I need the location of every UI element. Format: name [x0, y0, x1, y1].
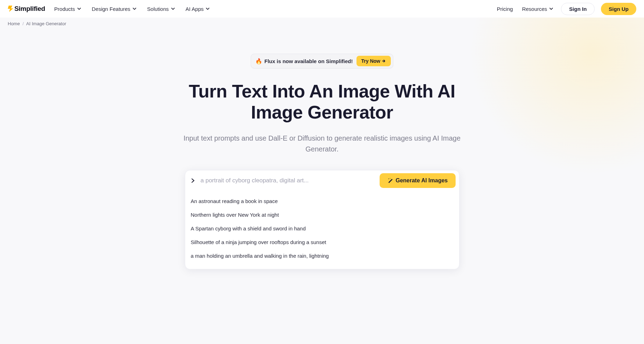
breadcrumb-separator: /: [22, 21, 24, 26]
svg-point-0: [388, 178, 389, 179]
nav-ai-apps[interactable]: AI Apps: [184, 4, 212, 14]
prompt-card: Generate AI Images An astronaut reading …: [185, 170, 459, 269]
announcement-text-label: Flux is now available on Simplified!: [264, 58, 353, 64]
try-now-button[interactable]: Try Now: [356, 56, 391, 66]
suggestions-list: An astronaut reading a book in space Nor…: [185, 191, 459, 269]
nav-pricing-label: Pricing: [497, 6, 513, 12]
nav-products-label: Products: [54, 6, 75, 12]
nav-left: Simplified Products Design Features Solu…: [8, 4, 211, 14]
nav-solutions-label: Solutions: [147, 6, 169, 12]
sign-in-button[interactable]: Sign In: [561, 3, 595, 15]
nav-products[interactable]: Products: [53, 4, 83, 14]
sign-up-button[interactable]: Sign Up: [601, 3, 636, 15]
page-subhead: Input text prompts and use Dall-E or Dif…: [179, 133, 466, 155]
nav-resources[interactable]: Resources: [521, 4, 555, 14]
breadcrumb: Home / AI Image Generator: [0, 18, 644, 30]
chevron-down-icon: [132, 7, 137, 11]
breadcrumb-current: AI Image Generator: [26, 21, 66, 26]
main-content: 🔥 Flux is now available on Simplified! T…: [0, 30, 644, 269]
nav-resources-label: Resources: [522, 6, 547, 12]
announcement-pill: 🔥 Flux is now available on Simplified! T…: [251, 54, 393, 68]
prompt-input[interactable]: [199, 174, 376, 187]
top-nav: Simplified Products Design Features Solu…: [0, 0, 644, 18]
announcement-text: 🔥 Flux is now available on Simplified!: [255, 58, 353, 65]
generate-button-label: Generate AI Images: [396, 177, 448, 184]
suggestion-item[interactable]: An astronaut reading a book in space: [191, 194, 453, 208]
chevron-down-icon: [77, 7, 81, 11]
prompt-input-row: Generate AI Images: [185, 170, 459, 191]
magic-wand-icon: [387, 178, 393, 183]
logo-icon: [8, 6, 13, 12]
nav-pricing[interactable]: Pricing: [496, 4, 514, 14]
arrow-right-icon: [382, 59, 386, 63]
generate-button[interactable]: Generate AI Images: [380, 173, 456, 188]
breadcrumb-home[interactable]: Home: [8, 21, 20, 26]
suggestion-item[interactable]: Silhouette of a ninja jumping over rooft…: [191, 235, 453, 249]
suggestion-item[interactable]: Northern lights over New York at night: [191, 208, 453, 222]
suggestion-item[interactable]: A Spartan cyborg with a shield and sword…: [191, 222, 453, 235]
try-now-label: Try Now: [361, 58, 380, 64]
chevron-down-icon: [171, 7, 175, 11]
logo[interactable]: Simplified: [8, 5, 45, 13]
nav-design-features-label: Design Features: [92, 6, 130, 12]
nav-solutions[interactable]: Solutions: [146, 4, 176, 14]
chevron-right-icon: [190, 178, 196, 183]
page-headline: Turn Text Into An Image With AI Image Ge…: [165, 81, 480, 123]
fire-icon: 🔥: [255, 58, 262, 65]
nav-ai-apps-label: AI Apps: [186, 6, 204, 12]
chevron-down-icon: [549, 7, 553, 11]
logo-text: Simplified: [14, 5, 45, 13]
suggestion-item[interactable]: a man holding an umbrella and walking in…: [191, 249, 453, 263]
nav-right: Pricing Resources Sign In Sign Up: [496, 3, 636, 15]
nav-design-features[interactable]: Design Features: [90, 4, 138, 14]
svg-point-1: [390, 178, 390, 178]
chevron-down-icon: [206, 7, 210, 11]
